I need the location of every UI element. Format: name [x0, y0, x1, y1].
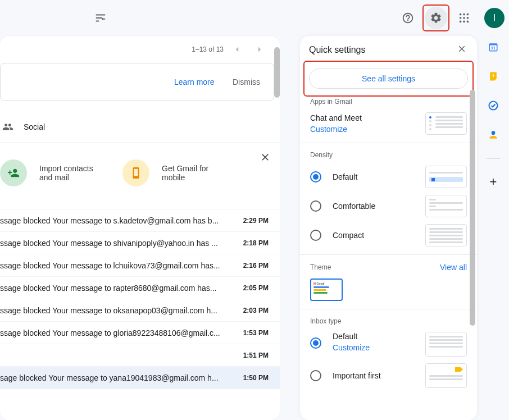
- inbox-default-label: Default: [333, 332, 370, 341]
- email-row[interactable]: ssage blocked Your message to oksanapop0…: [0, 299, 280, 322]
- email-subject: ssage blocked Your message to rapter8680…: [0, 284, 237, 293]
- theme-thumb-default[interactable]: M Gmail: [310, 279, 343, 301]
- qs-close-icon[interactable]: [457, 44, 467, 56]
- gs-mobile-label: Get Gmail for mobile: [162, 164, 222, 182]
- qs-theme-section: Theme View all M Gmail: [300, 255, 477, 309]
- email-row[interactable]: ssage blocked Your message to lchuikova7…: [0, 254, 280, 277]
- inbox-default-customize[interactable]: Customize: [333, 343, 370, 352]
- side-rail: 31 +: [478, 36, 509, 420]
- qs-density-section: Density Default Comfortable: [300, 143, 477, 255]
- email-row[interactable]: ssage blocked Your message to gloria8922…: [0, 322, 280, 344]
- svg-point-7: [463, 21, 465, 23]
- main-scrollbar[interactable]: [274, 47, 280, 98]
- qs-density-heading: Density: [310, 151, 333, 159]
- teaser-dismiss[interactable]: Dismiss: [233, 77, 260, 86]
- email-subject: ssage blocked Your message to gloria8922…: [0, 328, 237, 337]
- search-options-icon[interactable]: [89, 7, 112, 29]
- inbox-important-label: Important first: [333, 371, 381, 380]
- svg-point-4: [463, 17, 465, 19]
- pager-prev-icon[interactable]: [228, 40, 246, 58]
- email-time: 1:51 PM: [237, 351, 269, 359]
- qs-apps-section: Apps in Gmail Chat and Meet Customize: [300, 90, 477, 143]
- teaser-card: Learn more Dismiss: [0, 63, 274, 101]
- topbar: I: [0, 0, 509, 36]
- settings-gear-icon[interactable]: [425, 7, 447, 29]
- svg-point-0: [460, 13, 462, 16]
- email-time: 1:53 PM: [237, 329, 269, 337]
- gs-mobile[interactable]: Get Gmail for mobile: [122, 159, 222, 186]
- density-comfortable-radio[interactable]: Comfortable: [310, 200, 375, 212]
- import-contacts-icon: [0, 159, 27, 186]
- density-comfortable-thumb: [425, 195, 467, 217]
- qs-title: Quick settings: [309, 45, 365, 55]
- gs-import-contacts[interactable]: Import contacts and mail: [0, 159, 100, 186]
- pager-next-icon[interactable]: [251, 40, 269, 58]
- svg-point-5: [467, 17, 469, 19]
- email-row[interactable]: ssage blocked Your message to rapter8680…: [0, 277, 280, 299]
- qs-inbox-heading: Inbox type: [310, 317, 341, 325]
- email-row[interactable]: sage blocked Your message to yana1904198…: [0, 367, 280, 389]
- email-list: ssage blocked Your message to s.kadetov@…: [0, 209, 280, 389]
- gs-import-label: Import contacts and mail: [39, 164, 100, 182]
- density-compact-thumb: [425, 224, 467, 246]
- rail-divider: [487, 158, 500, 159]
- tab-social[interactable]: Social: [0, 111, 280, 143]
- tab-social-label: Social: [24, 122, 45, 131]
- apps-grid-icon[interactable]: [453, 7, 475, 29]
- email-row[interactable]: ssage blocked Your message to s.kadetov@…: [0, 209, 280, 232]
- quick-settings-panel: Quick settings See all settings Apps in …: [300, 36, 477, 420]
- qs-inbox-section: Inbox type Default Customize Important f…: [300, 309, 477, 396]
- email-row[interactable]: 1:51 PM: [0, 344, 280, 367]
- qs-apps-heading: Apps in Gmail: [310, 98, 352, 106]
- email-time: 1:50 PM: [237, 374, 269, 382]
- main-pane: 1–13 of 13 Learn more Dismiss Social: [0, 36, 280, 420]
- pager-range: 1–13 of 13: [192, 45, 224, 53]
- qs-chat-meet-label: Chat and Meet: [310, 113, 362, 122]
- email-subject: ssage blocked Your message to lchuikova7…: [0, 261, 237, 270]
- rail-calendar-icon[interactable]: 31: [488, 42, 499, 55]
- getting-started-close-icon[interactable]: [260, 152, 271, 165]
- mobile-icon: [122, 159, 149, 186]
- svg-text:31: 31: [491, 45, 496, 51]
- svg-point-13: [492, 131, 496, 135]
- rail-keep-icon[interactable]: [488, 71, 499, 84]
- email-time: 2:03 PM: [237, 307, 269, 314]
- density-comfortable-label: Comfortable: [333, 202, 375, 211]
- pager: 1–13 of 13: [0, 36, 280, 63]
- svg-point-1: [463, 13, 465, 16]
- qs-scrollbar[interactable]: [470, 90, 475, 326]
- density-compact-radio[interactable]: Compact: [310, 230, 364, 241]
- teaser-learn-more[interactable]: Learn more: [174, 77, 215, 86]
- email-time: 2:05 PM: [237, 284, 269, 292]
- email-time: 2:16 PM: [237, 262, 269, 270]
- inbox-default-thumb: [425, 332, 467, 357]
- density-default-label: Default: [333, 172, 357, 181]
- rail-add-icon[interactable]: +: [490, 175, 497, 189]
- svg-point-2: [467, 13, 469, 16]
- apps-thumb: [425, 112, 467, 135]
- qs-theme-heading: Theme: [310, 263, 331, 271]
- email-time: 2:29 PM: [237, 217, 269, 225]
- see-all-settings-button[interactable]: See all settings: [309, 69, 468, 89]
- help-icon[interactable]: [397, 7, 419, 29]
- inbox-important-radio[interactable]: Important first: [310, 370, 381, 381]
- account-avatar[interactable]: I: [484, 8, 505, 28]
- email-time: 2:18 PM: [237, 239, 269, 247]
- density-default-radio[interactable]: Default: [310, 171, 357, 182]
- theme-view-all[interactable]: View all: [440, 263, 467, 272]
- qs-chat-customize[interactable]: Customize: [310, 125, 362, 134]
- inbox-important-thumb: [425, 363, 467, 388]
- inbox-default-radio[interactable]: Default Customize: [310, 332, 370, 352]
- getting-started: Import contacts and mail Get Gmail for m…: [0, 143, 280, 209]
- settings-highlight: [422, 4, 449, 31]
- email-subject: ssage blocked Your message to oksanapop0…: [0, 306, 237, 315]
- svg-point-3: [460, 17, 462, 19]
- density-compact-label: Compact: [333, 231, 364, 240]
- email-row[interactable]: ssage blocked Your message to shivanipop…: [0, 232, 280, 254]
- density-default-thumb: [425, 166, 467, 188]
- svg-point-8: [467, 21, 469, 23]
- email-subject: ssage blocked Your message to shivanipop…: [0, 239, 237, 248]
- rail-tasks-icon[interactable]: [488, 100, 499, 113]
- svg-point-6: [460, 21, 462, 23]
- rail-contacts-icon[interactable]: [488, 129, 499, 143]
